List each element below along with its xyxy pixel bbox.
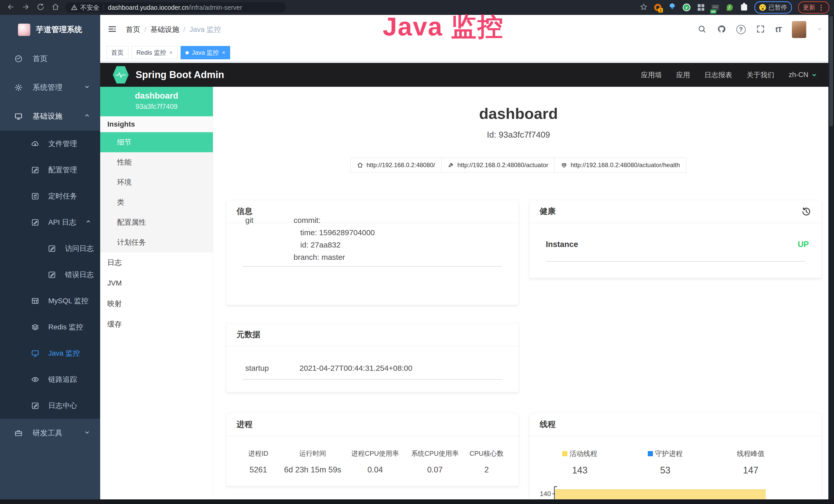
- threads-stat-value: 147: [708, 465, 793, 476]
- security-label[interactable]: 不安全: [80, 3, 100, 12]
- extension-grid-icon[interactable]: [697, 3, 705, 12]
- forward-icon[interactable]: [22, 3, 30, 12]
- sidebar-item-error-log[interactable]: 错误日志: [0, 261, 100, 288]
- search-icon[interactable]: [697, 24, 707, 35]
- profile-paused-chip[interactable]: 已暂停: [754, 1, 792, 14]
- tab-java-monitor[interactable]: Java 监控×: [180, 46, 230, 59]
- card-info-title: 信息: [237, 206, 253, 217]
- bookmark-star-icon[interactable]: [640, 3, 648, 12]
- extension-puzzle-icon[interactable]: [740, 3, 748, 12]
- sba-item-logs[interactable]: 日志: [100, 252, 213, 273]
- sba-nav-journal[interactable]: 日志报表: [704, 70, 732, 79]
- sba-nav-about[interactable]: 关于我们: [746, 70, 774, 79]
- breadcrumb-home[interactable]: 首页: [126, 25, 140, 35]
- sidebar-item-tracing[interactable]: 链路追踪: [0, 366, 100, 393]
- sidebar-item-home[interactable]: 首页: [0, 44, 100, 73]
- sba-instance-header[interactable]: dashboard 93a3fc7f7409: [100, 87, 213, 116]
- sidebar-item-config-manage[interactable]: 配置管理: [0, 157, 100, 183]
- app-logo[interactable]: 芋道管理系统: [0, 15, 100, 44]
- card-process-title: 进程: [237, 419, 253, 430]
- sidebar-item-dev-tools[interactable]: 研发工具: [0, 419, 100, 448]
- sidebar-item-mysql-monitor[interactable]: MySQL 监控: [0, 288, 100, 314]
- active-dot-icon: [185, 51, 189, 54]
- sba-sidebar: dashboard 93a3fc7f7409 Insights 细节 性能 环境…: [100, 87, 213, 499]
- sidebar-item-infra[interactable]: 基础设施: [0, 102, 100, 131]
- reload-icon[interactable]: [37, 3, 45, 12]
- sba-item-jvm[interactable]: JVM: [100, 273, 213, 294]
- breadcrumb-infra[interactable]: 基础设施: [151, 25, 179, 35]
- service-url-button[interactable]: http://192.168.0.2:48080/: [350, 158, 441, 173]
- sba-nav-wallboard[interactable]: 应用墙: [641, 70, 662, 79]
- sba-item-details[interactable]: 细节: [100, 132, 213, 152]
- page-title: dashboard: [213, 105, 824, 122]
- sba-item-environment[interactable]: 环境: [100, 172, 213, 192]
- dashboard-icon: [14, 54, 23, 63]
- browser-scrollbar[interactable]: [828, 15, 834, 504]
- sba-item-classes[interactable]: 类: [100, 192, 213, 212]
- tab-home[interactable]: 首页: [106, 46, 128, 59]
- card-health-title: 健康: [540, 206, 555, 217]
- chevron-down-icon: [811, 72, 817, 78]
- process-value: 2: [465, 465, 508, 475]
- card-metadata-title: 元数据: [237, 329, 260, 340]
- tags-view-bar: 首页 Redis 监控× Java 监控×: [100, 44, 834, 61]
- infra-submenu: 文件管理 配置管理 定时任务 API 日志 访问日志: [0, 131, 100, 419]
- sidebar-item-system[interactable]: 系统管理: [0, 73, 100, 102]
- sba-instance-id: 93a3fc7f7409: [100, 103, 213, 111]
- tab-redis-monitor[interactable]: Redis 监控×: [132, 46, 177, 59]
- sba-item-metrics[interactable]: 性能: [100, 152, 213, 172]
- caret-down-icon[interactable]: [816, 26, 823, 33]
- home-icon[interactable]: [51, 3, 60, 12]
- threads-stat-label: 守护进程: [655, 449, 683, 458]
- close-icon[interactable]: ×: [169, 49, 173, 56]
- process-header: 进程ID: [237, 449, 280, 458]
- sba-section-insights: Insights: [100, 116, 213, 132]
- chrome-update-button[interactable]: 更新⋮: [798, 1, 829, 14]
- fullscreen-icon[interactable]: [756, 24, 765, 35]
- sba-nav-applications[interactable]: 应用: [676, 70, 690, 79]
- extension-on-icon[interactable]: on: [711, 3, 720, 12]
- hamburger-icon[interactable]: [107, 24, 117, 35]
- profile-emoji-icon: [759, 4, 766, 11]
- sidebar-item-file-manage[interactable]: 文件管理: [0, 131, 100, 157]
- sba-item-config-props[interactable]: 配置属性: [100, 212, 213, 232]
- url-path[interactable]: /infra/admin-server: [189, 4, 242, 11]
- breadcrumb: 首页 / 基础设施 / Java 监控: [126, 25, 221, 35]
- help-icon[interactable]: ?: [737, 25, 746, 34]
- extension-orange-icon[interactable]: 1: [654, 3, 662, 12]
- sidebar-item-access-log[interactable]: 访问日志: [0, 235, 100, 261]
- url-host[interactable]: dashboard.yudao.iocoder.cn: [108, 4, 189, 11]
- sidebar-item-scheduled-jobs[interactable]: 定时任务: [0, 183, 100, 209]
- extension-y-icon[interactable]: y: [682, 3, 691, 12]
- address-bar[interactable]: 不安全 dashboard.yudao.iocoder.cn /infra/ad…: [65, 2, 286, 13]
- logo-image: [18, 24, 30, 36]
- sba-logo-icon[interactable]: [112, 66, 129, 84]
- edit-square-icon: [31, 166, 40, 174]
- sidebar-item-api-log[interactable]: API 日志: [0, 209, 100, 235]
- history-icon[interactable]: [801, 206, 811, 216]
- sba-header: Spring Boot Admin 应用墙 应用 日志报表 关于我们 zh-CN: [100, 63, 834, 87]
- close-icon[interactable]: ×: [222, 49, 225, 56]
- sba-item-mappings[interactable]: 映射: [100, 294, 213, 314]
- sidebar-item-java-monitor[interactable]: Java 监控: [0, 340, 100, 366]
- sidebar-item-log-center[interactable]: 日志中心: [0, 393, 100, 419]
- avatar[interactable]: [792, 21, 806, 38]
- extension-pin-icon[interactable]: [668, 3, 676, 12]
- sba-language-select[interactable]: zh-CN: [789, 71, 817, 79]
- card-metadata: 元数据 startup 2021-04-27T00:44:31.254+08:0…: [226, 323, 519, 392]
- process-header: 系统CPU使用率: [405, 449, 465, 458]
- sidebar-item-redis-monitor[interactable]: Redis 监控: [0, 314, 100, 340]
- y-axis-tick: 140: [529, 490, 551, 498]
- github-icon[interactable]: [717, 24, 726, 35]
- health-url-button[interactable]: http://192.168.0.2:48080/actuator/health: [554, 158, 686, 173]
- scrollbar-thumb[interactable]: [829, 16, 833, 126]
- edit-square-icon: [47, 244, 56, 253]
- actuator-url-button[interactable]: http://192.168.0.2:48080/actuator: [441, 158, 555, 173]
- font-size-icon[interactable]: tT: [775, 25, 782, 34]
- screen: 不安全 dashboard.yudao.iocoder.cn /infra/ad…: [0, 0, 834, 504]
- extension-leaf-icon[interactable]: [726, 3, 734, 12]
- sba-item-scheduled-tasks[interactable]: 计划任务: [100, 232, 213, 252]
- sidebar-filler: [0, 448, 100, 499]
- back-icon[interactable]: [7, 3, 15, 12]
- sba-item-caches[interactable]: 缓存: [100, 314, 213, 335]
